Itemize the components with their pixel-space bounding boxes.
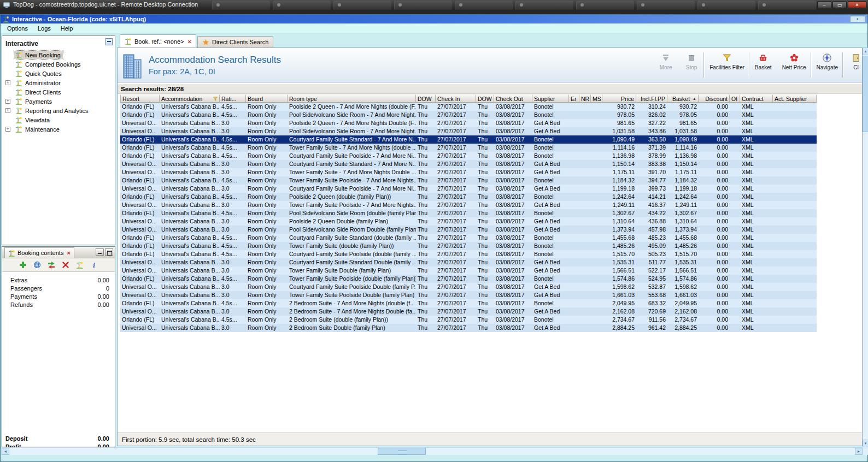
column-header-board[interactable]: Board bbox=[246, 94, 288, 103]
menu-item[interactable]: Help bbox=[56, 24, 78, 33]
menu-item[interactable]: Logs bbox=[33, 24, 56, 33]
sidebar-item[interactable]: + Completed Bookings bbox=[2, 60, 115, 69]
close-tab-icon[interactable]: × bbox=[188, 38, 191, 45]
more-button[interactable]: More bbox=[656, 51, 675, 70]
column-header-price[interactable]: Price bbox=[602, 94, 636, 103]
sidebar-item[interactable]: + Quick Quotes bbox=[2, 69, 115, 78]
column-header-of[interactable]: Of bbox=[730, 94, 740, 103]
stop-button[interactable]: Stop bbox=[682, 51, 701, 70]
collapse-panel-button[interactable] bbox=[105, 38, 113, 45]
booking-contents-row[interactable]: Payments 0.00 bbox=[2, 292, 115, 300]
close-button[interactable]: × bbox=[848, 1, 866, 8]
result-row[interactable]: Universal O... Universals Cabana B... 3.… bbox=[120, 217, 817, 226]
tab-direct-clients-search[interactable]: Direct Clients Search bbox=[197, 36, 273, 48]
column-header-incl-fl-pp[interactable]: Incl.Fl.PP bbox=[636, 94, 667, 103]
sidebar-item[interactable]: + Reporting and Analytics bbox=[2, 106, 115, 115]
booking-contents-tab[interactable]: Booking contents × bbox=[4, 247, 74, 258]
result-row[interactable]: Orlando (FL) Universal's Cabana B... 4.5… bbox=[120, 242, 817, 250]
result-row[interactable]: Orlando (FL) Universal's Cabana B... 4.5… bbox=[120, 234, 817, 242]
add-item-button[interactable] bbox=[18, 260, 28, 270]
result-row[interactable]: Universal O... Universals Cabana B... 3.… bbox=[120, 266, 817, 275]
column-header-ms[interactable]: MS bbox=[591, 94, 602, 103]
result-row[interactable]: Orlando (FL) Universal's Cabana B... 4.5… bbox=[120, 209, 817, 217]
sidebar-item[interactable]: + Viewdata bbox=[2, 115, 115, 125]
column-header-basket[interactable]: Basket ▲ bbox=[667, 94, 699, 103]
column-header-dow-out[interactable]: DOW bbox=[476, 94, 494, 103]
sidebar-item[interactable]: + Maintenance bbox=[2, 125, 115, 134]
result-row[interactable]: Orlando (FL) Universal's Cabana B... 4.5… bbox=[120, 193, 817, 201]
column-header-rating[interactable]: Rati... bbox=[220, 94, 246, 103]
column-header-dow-in[interactable]: DOW bbox=[416, 94, 436, 103]
expand-plus-icon[interactable]: + bbox=[5, 127, 10, 132]
result-row[interactable]: Universal O... Universals Cabana B... 3.… bbox=[120, 185, 817, 193]
result-row[interactable]: Universal O... Universals Cabana B... 3.… bbox=[120, 168, 817, 176]
holiday-button[interactable] bbox=[75, 260, 85, 270]
result-row[interactable]: Orlando (FL) Universal's Cabana B... 4.5… bbox=[120, 135, 817, 144]
transfer-button[interactable] bbox=[46, 260, 56, 270]
result-row[interactable]: Universal O... Universals Cabana B... 3.… bbox=[120, 258, 817, 266]
result-row[interactable]: Universal O... Universals Cabana B... 3.… bbox=[120, 291, 817, 299]
facilities-filter-button[interactable]: Facilities Filter bbox=[708, 51, 746, 70]
titlebar-pin-button[interactable]: ▪ bbox=[850, 16, 865, 22]
result-row[interactable]: Orlando (FL) Universal's Cabana B... 4.5… bbox=[120, 144, 817, 152]
sidebar-item[interactable]: + New Booking bbox=[2, 50, 115, 60]
expand-plus-icon[interactable]: + bbox=[5, 108, 10, 113]
scroll-right-icon[interactable]: ► bbox=[855, 448, 863, 455]
close-panel-icon[interactable]: × bbox=[67, 250, 70, 256]
column-filter-icon[interactable] bbox=[213, 96, 218, 102]
result-row[interactable]: Orlando (FL) Universal's Cabana B... 4.5… bbox=[120, 299, 817, 307]
expand-plus-icon[interactable]: + bbox=[5, 80, 10, 85]
sidebar-item[interactable]: + Administrator bbox=[2, 78, 115, 87]
scroll-up-icon[interactable]: ▲ bbox=[863, 48, 868, 55]
result-row[interactable]: Universal O... Universals Cabana B... 3.… bbox=[120, 324, 817, 332]
column-header-contract[interactable]: Contract bbox=[740, 94, 773, 103]
result-row[interactable]: Universal O... Universals Cabana B... 3.… bbox=[120, 160, 817, 168]
column-header-room-type[interactable]: Room type bbox=[288, 94, 416, 103]
result-row[interactable]: Orlando (FL) Universal's Cabana B... 4.5… bbox=[120, 176, 817, 185]
minimize-panel-button[interactable] bbox=[96, 248, 104, 256]
result-row[interactable]: Universal O... Universals Cabana B... 3.… bbox=[120, 127, 817, 135]
scroll-down-icon[interactable]: ▼ bbox=[863, 440, 868, 447]
menu-item[interactable]: Options bbox=[2, 24, 33, 33]
column-header-discount[interactable]: Discount bbox=[699, 94, 730, 103]
column-header-accommodation[interactable]: Accommodation bbox=[160, 94, 220, 103]
result-row[interactable]: Orlando (FL) Universal's Cabana B... 4.5… bbox=[120, 103, 817, 111]
result-row[interactable]: Universal O... Universals Cabana B... 3.… bbox=[120, 119, 817, 127]
tab-book-ref[interactable]: Book. ref.: <none> × bbox=[120, 34, 196, 48]
maximize-panel-button[interactable] bbox=[105, 248, 113, 256]
navigate-button[interactable]: Navigate bbox=[815, 51, 840, 70]
sidebar-item[interactable]: + Direct Clients bbox=[2, 87, 115, 97]
nett-price-button[interactable]: Nett Price bbox=[781, 51, 808, 70]
result-row[interactable]: Orlando (FL) Universal's Cabana B... 4.5… bbox=[120, 316, 817, 324]
horizontal-scroll-thumb[interactable] bbox=[378, 448, 426, 455]
result-row[interactable]: Orlando (FL) Universal's Cabana B... 4.5… bbox=[120, 111, 817, 119]
result-row[interactable]: Orlando (FL) Universal's Cabana B... 4.5… bbox=[120, 275, 817, 283]
result-row[interactable]: Orlando (FL) Universal's Cabana B... 4.5… bbox=[120, 152, 817, 160]
vertical-scroll-thumb[interactable] bbox=[863, 56, 868, 132]
result-row[interactable]: Universal O... Universals Cabana B... 3.… bbox=[120, 226, 817, 234]
info-button[interactable] bbox=[89, 260, 99, 270]
minimize-button[interactable]: – bbox=[817, 1, 831, 8]
clipped-edge-button[interactable]: Cl bbox=[847, 51, 863, 70]
column-header-act-supplier[interactable]: Act. Supplier bbox=[773, 94, 817, 103]
column-header-check-out[interactable]: Check Out bbox=[494, 94, 532, 103]
expand-plus-icon[interactable]: + bbox=[5, 99, 10, 104]
result-row[interactable]: Universal O... Universals Cabana B... 3.… bbox=[120, 201, 817, 209]
result-row[interactable]: Orlando (FL) Universal's Cabana B... 4.5… bbox=[120, 250, 817, 258]
column-header-resort[interactable]: Resort bbox=[120, 94, 160, 103]
globe-button[interactable] bbox=[32, 260, 42, 270]
scroll-left-icon[interactable]: ◄ bbox=[2, 448, 9, 455]
delete-button[interactable] bbox=[61, 260, 71, 270]
maximize-button[interactable]: ▭ bbox=[832, 1, 847, 8]
column-header-nr[interactable]: NR bbox=[579, 94, 591, 103]
result-row[interactable]: Universal O... Universals Cabana B... 3.… bbox=[120, 283, 817, 291]
booking-contents-row[interactable]: Extras 0.00 bbox=[2, 276, 115, 284]
sidebar-item[interactable]: + Payments bbox=[2, 97, 115, 106]
booking-contents-row[interactable]: Passengers 0 bbox=[2, 284, 115, 292]
basket-button[interactable]: Basket bbox=[753, 51, 773, 70]
result-row[interactable]: Universal O... Universals Cabana B... 3.… bbox=[120, 307, 817, 316]
horizontal-scrollbar[interactable]: ◄ ► bbox=[2, 447, 863, 455]
column-header-er[interactable]: Er bbox=[569, 94, 579, 103]
booking-contents-row[interactable]: Refunds 0.00 bbox=[2, 300, 115, 309]
vertical-scrollbar[interactable]: ▲ ▼ bbox=[863, 48, 868, 447]
